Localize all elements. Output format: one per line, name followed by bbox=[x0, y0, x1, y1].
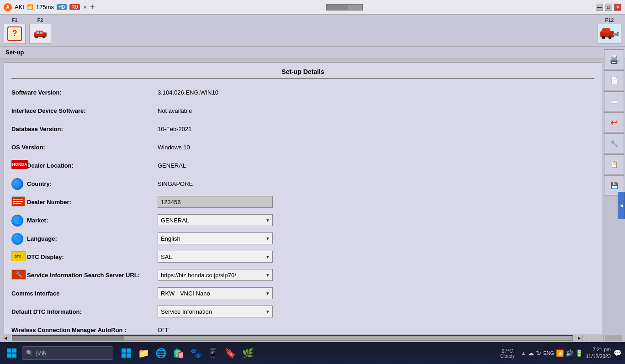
toolbar: F1 ? F2 F12 bbox=[0, 15, 625, 47]
dtc-icon: DTC↑ bbox=[11, 251, 24, 262]
save-edit-button[interactable]: 📋 bbox=[604, 154, 624, 174]
value-dealer-location: GENERAL bbox=[158, 162, 186, 169]
svg-rect-14 bbox=[12, 348, 16, 353]
language-badge[interactable]: ENG bbox=[543, 350, 554, 356]
taskbar-icon-windows[interactable] bbox=[119, 346, 133, 360]
dealer-number-input[interactable] bbox=[158, 196, 273, 208]
label-default-dtc: Default DTC Information: bbox=[11, 308, 158, 315]
label-comms-interface: Comms Interface bbox=[11, 290, 158, 297]
row-software-version: Software Version: 3.104.026.ENG.WIN10 bbox=[11, 86, 594, 99]
taskbar-file-explorer-icon[interactable]: 📁 bbox=[136, 346, 151, 360]
language-select[interactable]: English bbox=[158, 232, 273, 244]
app-tab[interactable]: A AKI 📶 175ms HD RU ✕ bbox=[4, 3, 87, 11]
scrollbar-thumb[interactable] bbox=[12, 336, 124, 340]
globe-icon-country: 🌐 bbox=[11, 178, 24, 189]
back-arrow-icon: ↩ bbox=[610, 117, 618, 128]
taskbar-other2-icon[interactable]: 📱 bbox=[206, 346, 220, 360]
f12-label: F12 bbox=[605, 17, 614, 23]
wrench-icon: 🔧 bbox=[11, 269, 24, 280]
dtc-display-select[interactable]: SAE bbox=[158, 251, 273, 263]
svg-rect-13 bbox=[7, 348, 11, 353]
minimize-button[interactable]: — bbox=[596, 4, 603, 11]
row-dealer-location: HONDA Dealer Location: GENERAL bbox=[11, 159, 594, 172]
tab-add-button[interactable]: + bbox=[90, 2, 95, 12]
diagnostic-icon bbox=[599, 26, 620, 42]
taskbar-other1-icon[interactable]: 🐾 bbox=[188, 346, 203, 360]
tray-up-arrow-icon[interactable]: ▲ bbox=[521, 350, 526, 356]
market-select[interactable]: GENERAL bbox=[158, 214, 273, 226]
signal-strength-icon: 📶 bbox=[27, 4, 33, 10]
keyboard-icon: ⌨️ bbox=[610, 98, 618, 105]
label-database-version: Database Version: bbox=[11, 126, 158, 132]
label-si-server-url: 🔧 Service Information Search Server URL: bbox=[11, 269, 158, 280]
taskbar-pinned-icons: 📁 🌐 🛍️ 🐾 📱 🔖 🌿 bbox=[119, 346, 255, 360]
keyboard-button[interactable]: ⌨️ bbox=[604, 91, 624, 111]
label-country: 🌐 Country: bbox=[11, 178, 158, 189]
system-tray: 27°C Cloudy ▲ ☁ ↻ ENG 📶 🔊 🔋 7:21 pm 11/1… bbox=[500, 346, 621, 360]
f1-button[interactable]: F1 ? bbox=[4, 17, 26, 44]
scroll-right-button[interactable]: ▶ bbox=[576, 335, 583, 341]
taskbar-edge-icon[interactable]: 🌐 bbox=[154, 346, 168, 360]
row-default-dtc: Default DTC Information: Service Informa… bbox=[11, 305, 594, 318]
label-dtc-display: DTC↑ DTC Display: bbox=[11, 251, 158, 262]
row-comms-interface: Comms Interface RKW - VNCI Nano bbox=[11, 287, 594, 300]
svg-rect-12 bbox=[617, 35, 619, 36]
scroll-left-button[interactable]: ◀ bbox=[2, 335, 9, 341]
app-name: AKI bbox=[15, 4, 24, 11]
printer-icon: 🖨️ bbox=[609, 54, 619, 64]
comms-interface-select-wrapper: RKW - VNCI Nano bbox=[158, 287, 273, 299]
settings-edit-icon: 🔧 bbox=[610, 140, 618, 147]
si-server-select[interactable]: https://biz.honda.co.jp/sip70/ bbox=[158, 269, 273, 281]
f12-button[interactable]: F12 bbox=[598, 17, 621, 44]
svg-point-8 bbox=[602, 36, 605, 39]
tray-refresh-icon[interactable]: ↻ bbox=[536, 349, 541, 357]
tab-close-icon[interactable]: ✕ bbox=[83, 4, 87, 11]
svg-point-3 bbox=[42, 36, 45, 38]
search-icon: 🔍 bbox=[26, 350, 33, 356]
label-wireless-autorun: Wireless Connection Manager AutoRun : bbox=[11, 327, 158, 333]
globe-icon-language: 🌐 bbox=[11, 233, 24, 244]
wifi-icon[interactable]: 📶 bbox=[556, 349, 564, 357]
label-interface-device: Interface Device Software: bbox=[11, 107, 158, 114]
row-database-version: Database Version: 10-Feb-2021 bbox=[11, 122, 594, 135]
scrollbar-track[interactable] bbox=[12, 335, 573, 341]
svg-rect-5 bbox=[40, 32, 42, 34]
database-icon: 💾 bbox=[610, 182, 618, 189]
page-settings-icon: 📄 bbox=[610, 77, 618, 84]
svg-rect-18 bbox=[127, 348, 131, 353]
tray-cloud-icon[interactable]: ☁ bbox=[528, 349, 534, 357]
back-button[interactable]: ↩ bbox=[604, 112, 624, 132]
taskbar-store-icon[interactable]: 🛍️ bbox=[171, 346, 185, 360]
row-country: 🌐 Country: SINGAPORE bbox=[11, 177, 594, 190]
print-button[interactable]: 🖨️ bbox=[604, 49, 624, 69]
clock-time: 7:21 pm bbox=[586, 346, 611, 353]
system-clock[interactable]: 7:21 pm 11/12/2023 bbox=[586, 346, 611, 360]
side-tab-button[interactable]: ◀ bbox=[618, 192, 625, 219]
close-button[interactable]: ✕ bbox=[614, 4, 621, 11]
taskbar-other4-icon[interactable]: 🌿 bbox=[240, 346, 255, 360]
maximize-button[interactable]: □ bbox=[605, 4, 612, 11]
speaker-icon[interactable]: 🔊 bbox=[566, 349, 573, 357]
hd-badge: HD bbox=[57, 4, 67, 10]
scroll-track-right[interactable] bbox=[605, 335, 622, 341]
weather-widget: 27°C Cloudy bbox=[500, 348, 514, 359]
value-software-version: 3.104.026.ENG.WIN10 bbox=[158, 89, 218, 96]
taskbar-windows-icon bbox=[121, 348, 132, 359]
label-dealer-number: Dealer Number: bbox=[11, 196, 158, 207]
taskbar-other3-icon[interactable]: 🔖 bbox=[223, 346, 238, 360]
notification-button[interactable]: 💬 bbox=[614, 349, 621, 357]
scroll-thumb-right[interactable] bbox=[587, 335, 604, 341]
weather-text: Cloudy bbox=[500, 353, 514, 359]
svg-rect-17 bbox=[122, 348, 126, 353]
comms-interface-select[interactable]: RKW - VNCI Nano bbox=[158, 287, 273, 299]
taskbar-search-bar[interactable]: 🔍 搜索 bbox=[22, 346, 113, 360]
page-settings-button[interactable]: 📄 bbox=[604, 70, 624, 90]
svg-point-9 bbox=[609, 36, 612, 39]
settings-edit-button[interactable]: 🔧 bbox=[604, 133, 624, 153]
f2-button[interactable]: F2 bbox=[29, 17, 51, 44]
default-dtc-select[interactable]: Service Information bbox=[158, 306, 273, 317]
page-header: Set-up bbox=[0, 47, 625, 58]
battery-icon[interactable]: 🔋 bbox=[575, 349, 583, 357]
car-icon bbox=[32, 29, 48, 39]
start-button[interactable] bbox=[4, 345, 20, 361]
